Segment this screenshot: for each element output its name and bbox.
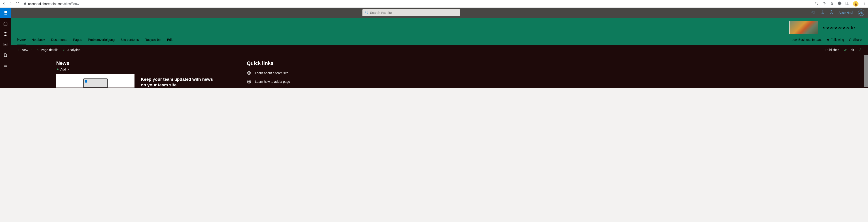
globe-icon bbox=[247, 71, 251, 75]
page-details-button[interactable]: Page details bbox=[36, 48, 58, 52]
search-box[interactable] bbox=[363, 9, 460, 16]
rail-globe-icon[interactable] bbox=[3, 32, 8, 37]
gear-icon bbox=[36, 48, 39, 52]
add-news-button[interactable]: Add bbox=[56, 68, 220, 71]
user-name[interactable]: Acco Noal bbox=[838, 11, 853, 14]
svg-point-5 bbox=[365, 11, 367, 13]
panel-icon[interactable] bbox=[845, 1, 849, 6]
chevron-down-icon bbox=[67, 68, 70, 70]
quicklink-add-page[interactable]: Learn how to add a page bbox=[247, 80, 290, 84]
expand-icon bbox=[859, 48, 862, 51]
chevron-down-icon bbox=[30, 49, 32, 51]
new-button[interactable]: New bbox=[17, 48, 32, 52]
plus-icon bbox=[56, 68, 59, 71]
monitor-icon bbox=[83, 78, 108, 88]
nav-documents[interactable]: Documents bbox=[51, 35, 67, 44]
pencil-icon bbox=[844, 48, 847, 52]
analytics-button[interactable]: Analytics bbox=[63, 48, 80, 52]
back-icon[interactable] bbox=[2, 1, 6, 6]
news-heading: News bbox=[56, 60, 220, 66]
extensions-icon[interactable] bbox=[838, 1, 842, 6]
nav-site-contents[interactable]: Site contents bbox=[120, 35, 139, 44]
reload-icon[interactable] bbox=[16, 1, 20, 6]
plus-icon bbox=[17, 48, 21, 52]
globe-icon bbox=[247, 80, 251, 84]
svg-point-2 bbox=[864, 2, 865, 2]
address-bar[interactable]: acconoal.sharepoint.com/sites/floow1 bbox=[23, 2, 814, 6]
app-launcher-button[interactable] bbox=[0, 8, 11, 18]
lock-icon bbox=[23, 2, 26, 6]
edit-button[interactable]: Edit bbox=[844, 48, 854, 52]
share-url-icon[interactable] bbox=[822, 1, 826, 6]
chart-icon bbox=[63, 48, 66, 52]
megaphone-icon[interactable] bbox=[811, 10, 815, 15]
rail-news-icon[interactable] bbox=[3, 42, 8, 47]
classification-label: Low Business Impact bbox=[792, 38, 822, 41]
scrollbar[interactable] bbox=[864, 55, 868, 87]
help-icon[interactable] bbox=[830, 10, 834, 15]
share-icon bbox=[849, 38, 852, 41]
site-logo[interactable] bbox=[789, 21, 818, 34]
favorite-icon[interactable] bbox=[830, 1, 834, 6]
site-title: ssssssssssite bbox=[823, 25, 855, 30]
rail-list-icon[interactable] bbox=[3, 63, 8, 68]
star-icon bbox=[826, 38, 830, 41]
url-domain: acconoal.sharepoint.com bbox=[28, 2, 63, 6]
news-title: Keep your team updated with news on your… bbox=[141, 77, 218, 88]
following-button[interactable]: Following bbox=[826, 38, 844, 41]
rail-file-icon[interactable] bbox=[3, 53, 8, 58]
nav-notebook[interactable]: Notebook bbox=[32, 35, 45, 44]
svg-point-6 bbox=[822, 12, 823, 13]
settings-icon[interactable] bbox=[820, 10, 825, 15]
expand-button[interactable] bbox=[859, 48, 862, 52]
nav-problemverfolgung[interactable]: Problemverfolgung bbox=[88, 35, 115, 44]
waffle-icon bbox=[4, 11, 7, 14]
share-button[interactable]: Share bbox=[849, 38, 862, 41]
nav-edit[interactable]: Edit bbox=[167, 35, 173, 44]
svg-point-3 bbox=[864, 3, 865, 4]
nav-pages[interactable]: Pages bbox=[73, 35, 82, 44]
svg-rect-10 bbox=[4, 64, 7, 67]
profile-avatar[interactable] bbox=[853, 1, 859, 7]
svg-point-0 bbox=[815, 2, 817, 4]
svg-point-4 bbox=[864, 4, 865, 5]
url-path: /sites/floow1 bbox=[63, 2, 81, 6]
forward-icon bbox=[9, 1, 13, 6]
search-input[interactable] bbox=[370, 11, 458, 14]
menu-icon[interactable] bbox=[862, 1, 866, 6]
svg-rect-1 bbox=[846, 2, 849, 5]
nav-home[interactable]: Home bbox=[17, 35, 26, 44]
nav-recycle-bin[interactable]: Recycle bin bbox=[145, 35, 161, 44]
published-label: Published bbox=[825, 48, 839, 52]
search-icon bbox=[365, 10, 368, 15]
quicklinks-heading: Quick links bbox=[247, 60, 290, 66]
news-placeholder-card bbox=[56, 74, 134, 88]
quicklink-learn-team-site[interactable]: Learn about a team site bbox=[247, 71, 290, 75]
rail-home-icon[interactable] bbox=[3, 21, 8, 27]
svg-point-11 bbox=[37, 50, 38, 50]
user-avatar[interactable]: AN bbox=[858, 9, 864, 16]
zoom-icon[interactable] bbox=[814, 1, 818, 6]
